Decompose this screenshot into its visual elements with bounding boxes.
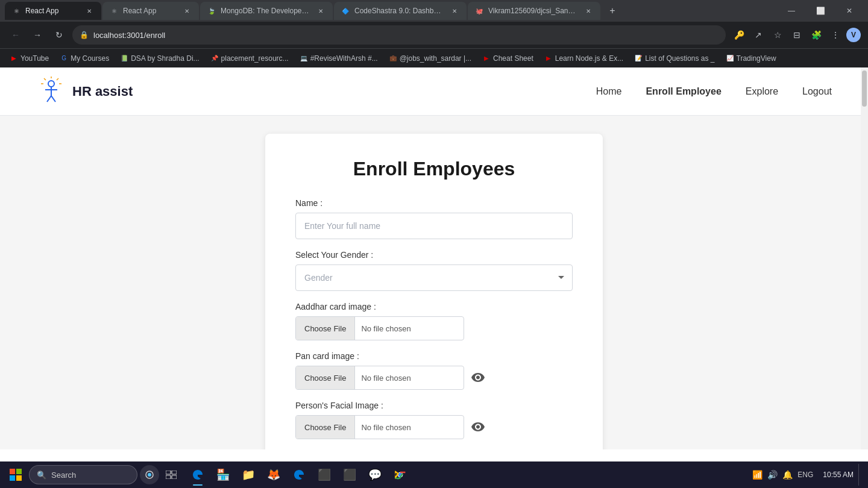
bookmark-cheatsheet-label: Cheat Sheet — [493, 54, 533, 63]
bookmark-youtube[interactable]: ▶ YouTube — [5, 51, 54, 66]
svg-point-0 — [48, 81, 54, 87]
nodejs-favicon: ▶ — [544, 54, 553, 63]
bookmarks-bar: ▶ YouTube G My Courses 📗 DSA by Shradha … — [0, 48, 868, 67]
jobs-favicon: 💼 — [389, 54, 397, 63]
extensions-icon[interactable]: 🧩 — [808, 27, 825, 43]
minimize-button[interactable]: — — [778, 0, 805, 22]
courses-favicon: G — [60, 54, 68, 63]
scrollbar[interactable] — [861, 67, 868, 449]
facial-file-row: Choose File No file chosen — [295, 415, 573, 439]
facial-preview-eye-icon[interactable] — [471, 422, 485, 432]
nav-logout[interactable]: Logout — [802, 86, 832, 97]
new-tab-button[interactable]: + — [604, 2, 621, 19]
browser-chrome: ⚛ React App ✕ ⚛ React App ✕ 🍃 MongoDB: T… — [0, 0, 868, 449]
navbar: HR assist Home Enroll Employee Explore L… — [0, 67, 868, 116]
tab-title-5: Vikram125609/djcsi_Sanskari_Bo... — [488, 7, 579, 15]
facial-choose-file-button[interactable]: Choose File — [296, 416, 355, 439]
tab-title-2: React App — [123, 7, 177, 15]
bookmark-cheatsheet[interactable]: ▶ Cheat Sheet — [477, 51, 538, 66]
facial-file-input-wrap: Choose File No file chosen — [295, 415, 464, 439]
bookmark-courses[interactable]: G My Courses — [55, 51, 114, 66]
bookmark-dsa[interactable]: 📗 DSA by Shradha Di... — [115, 51, 204, 66]
gender-field-group: Select Your Gender : Gender Male Female … — [295, 250, 573, 291]
screenshot-icon[interactable]: ⊟ — [788, 27, 805, 43]
name-field-group: Name : — [295, 198, 573, 239]
tab-bar: ⚛ React App ✕ ⚛ React App ✕ 🍃 MongoDB: T… — [0, 0, 868, 22]
facial-field-group: Person's Facial Image : Choose File No f… — [295, 401, 573, 439]
gender-label: Select Your Gender : — [295, 250, 573, 260]
user-profile-icon[interactable]: V — [846, 28, 861, 42]
bookmark-dsa-label: DSA by Shradha Di... — [131, 54, 199, 63]
browser-tab-4[interactable]: 🔷 CodeShastra 9.0: Dashboard | De... ✕ — [334, 2, 467, 20]
bookmark-courses-label: My Courses — [71, 54, 109, 63]
nav-explore[interactable]: Explore — [746, 86, 778, 97]
bookmark-placement-label: placement_resourc... — [221, 54, 289, 63]
tab-close-2[interactable]: ✕ — [182, 6, 192, 16]
scrollbar-thumb[interactable] — [862, 70, 867, 107]
bookmark-nodejs[interactable]: ▶ Learn Node.js & Ex... — [539, 51, 628, 66]
share-icon[interactable]: ↗ — [750, 27, 767, 43]
reload-button[interactable]: ↻ — [51, 27, 68, 43]
settings-icon[interactable]: ⋮ — [827, 27, 844, 43]
tab-favicon-1: ⚛ — [12, 7, 20, 15]
logo-text: HR assist — [72, 84, 133, 99]
tab-close-5[interactable]: ✕ — [583, 6, 593, 16]
bookmark-icon[interactable]: ☆ — [769, 27, 786, 43]
logo-icon — [36, 77, 66, 107]
bookmark-trading[interactable]: 📈 TradingView — [721, 51, 781, 66]
nav-links: Home Enroll Employee Explore Logout — [596, 86, 832, 97]
bookmark-jobs[interactable]: 💼 @jobs_with_sardar |... — [384, 51, 476, 66]
pan-field-group: Pan card image : Choose File No file cho… — [295, 351, 573, 390]
aadhar-choose-file-button[interactable]: Choose File — [296, 317, 355, 340]
pan-preview-eye-icon[interactable] — [471, 373, 485, 383]
nav-enroll-employee[interactable]: Enroll Employee — [646, 86, 721, 97]
dsa-favicon: 📗 — [120, 54, 128, 63]
tab-close-1[interactable]: ✕ — [84, 6, 94, 16]
aadhar-no-file-text: No file chosen — [355, 324, 417, 333]
aadhar-field-group: Aaddhar card image : Choose File No file… — [295, 302, 573, 340]
maximize-button[interactable]: ⬜ — [807, 0, 834, 22]
facial-label: Person's Facial Image : — [295, 401, 573, 410]
profile-switch-icon[interactable]: 🔑 — [731, 27, 747, 43]
pan-choose-file-button[interactable]: Choose File — [296, 366, 355, 389]
bookmark-questions[interactable]: 📝 List of Questions as _ — [629, 51, 719, 66]
browser-tab-3[interactable]: 🍃 MongoDB: The Developer Data P... ✕ — [200, 2, 333, 20]
name-label: Name : — [295, 198, 573, 208]
tab-favicon-3: 🍃 — [207, 7, 216, 15]
address-input[interactable]: 🔒 localhost:3001/enroll — [72, 25, 726, 45]
form-card: Enroll Employees Name : Select Your Gend… — [265, 134, 603, 449]
bookmark-placement[interactable]: 📌 placement_resourc... — [206, 51, 294, 66]
close-button[interactable]: ✕ — [835, 0, 863, 22]
page-content: HR assist Home Enroll Employee Explore L… — [0, 67, 868, 449]
browser-tab-5[interactable]: 🐙 Vikram125609/djcsi_Sanskari_Bo... ✕ — [468, 2, 600, 20]
main-content: Enroll Employees Name : Select Your Gend… — [0, 116, 868, 449]
tab-close-4[interactable]: ✕ — [450, 6, 459, 16]
aadhar-file-row: Choose File No file chosen — [295, 316, 573, 340]
revise-favicon: 💻 — [300, 54, 308, 63]
tab-title-4: CodeShastra 9.0: Dashboard | De... — [354, 7, 445, 15]
form-title: Enroll Employees — [295, 158, 573, 180]
pan-file-input-wrap: Choose File No file chosen — [295, 366, 464, 390]
address-text: localhost:3001/enroll — [93, 31, 719, 40]
svg-line-7 — [44, 78, 46, 80]
aadhar-label: Aaddhar card image : — [295, 302, 573, 311]
pan-no-file-text: No file chosen — [355, 374, 417, 383]
window-controls: — ⬜ ✕ — [778, 0, 863, 22]
facial-no-file-text: No file chosen — [355, 423, 417, 432]
tab-close-3[interactable]: ✕ — [316, 6, 326, 16]
browser-tab-1[interactable]: ⚛ React App ✕ — [5, 2, 101, 20]
nav-home[interactable]: Home — [596, 86, 622, 97]
tab-favicon-2: ⚛ — [110, 7, 118, 15]
tab-favicon-5: 🐙 — [475, 7, 483, 15]
forward-button[interactable]: → — [29, 27, 46, 43]
name-input[interactable] — [295, 213, 573, 239]
browser-tab-2[interactable]: ⚛ React App ✕ — [102, 2, 199, 20]
bookmark-trading-label: TradingView — [737, 54, 776, 63]
logo-area[interactable]: HR assist — [36, 77, 133, 107]
cheatsheet-favicon: ▶ — [482, 54, 491, 63]
gender-select[interactable]: Gender Male Female Other — [295, 264, 573, 291]
bookmark-revise[interactable]: 💻 #ReviseWithArsh #... — [295, 51, 383, 66]
back-button[interactable]: ← — [7, 27, 24, 43]
pan-label: Pan card image : — [295, 351, 573, 361]
toolbar-icons: 🔑 ↗ ☆ ⊟ 🧩 ⋮ V — [731, 27, 861, 43]
